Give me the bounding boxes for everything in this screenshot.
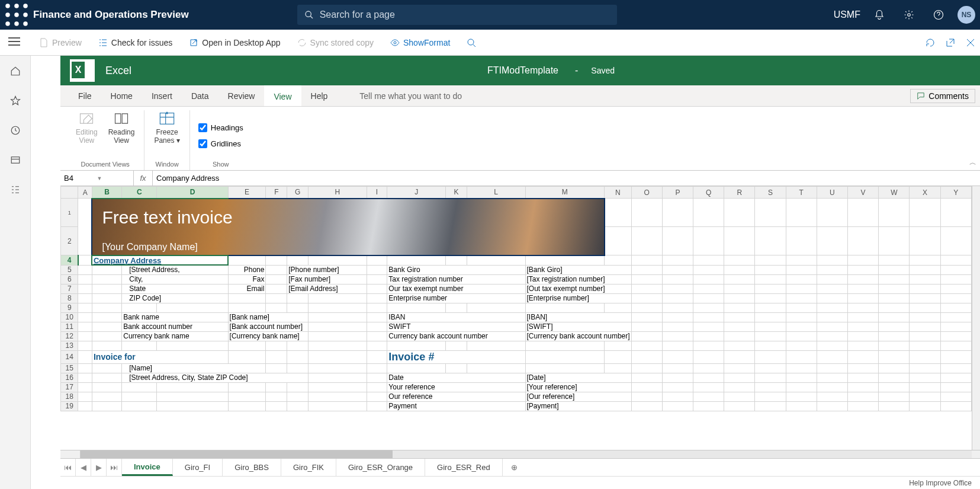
search-icon xyxy=(304,10,314,20)
svg-point-4 xyxy=(14,12,19,17)
sheet-tab-giro-fi[interactable]: Giro_FI xyxy=(173,459,223,476)
search-placeholder: Search for a page xyxy=(320,9,395,20)
d365-header: Finance and Operations Preview Search fo… xyxy=(0,0,980,30)
sheet-nav-first[interactable]: ⏮ xyxy=(60,459,76,476)
help-improve-link[interactable]: Help Improve Office xyxy=(909,479,972,487)
sheet-tab-giro-fik[interactable]: Giro_FIK xyxy=(281,459,336,476)
workspace-icon[interactable] xyxy=(8,153,23,167)
svg-point-10 xyxy=(908,14,911,17)
excel-save-status: Saved xyxy=(591,66,615,75)
sheet-tab-giro-esr-orange[interactable]: Giro_ESR_Orange xyxy=(336,459,425,476)
search-action[interactable] xyxy=(467,38,476,47)
invoice-banner: Free text invoice [Your Company Name] xyxy=(92,199,604,255)
popout-icon xyxy=(946,38,955,47)
svg-point-8 xyxy=(23,21,28,26)
close-icon xyxy=(966,38,975,47)
collapse-ribbon-icon[interactable]: ︿ xyxy=(969,158,976,168)
popout-button[interactable] xyxy=(946,38,955,47)
comments-button[interactable]: Comments xyxy=(910,89,975,103)
group-window: Window xyxy=(150,161,183,170)
help-icon[interactable] xyxy=(928,4,949,25)
app-launcher-icon[interactable] xyxy=(5,3,28,27)
hamburger-menu[interactable] xyxy=(8,37,20,48)
formula-input[interactable]: Company Address xyxy=(153,171,980,186)
gridlines-checkbox[interactable]: Gridlines xyxy=(196,136,246,152)
group-show: Show xyxy=(196,161,246,170)
svg-point-7 xyxy=(14,21,19,26)
svg-rect-16 xyxy=(160,113,173,124)
tab-help[interactable]: Help xyxy=(301,85,338,106)
svg-point-6 xyxy=(5,21,10,26)
tab-data[interactable]: Data xyxy=(182,85,219,106)
tab-file[interactable]: File xyxy=(69,85,101,106)
excel-file-name: FTIModTemplate xyxy=(487,65,558,76)
list-check-icon xyxy=(98,38,108,47)
tab-view[interactable]: View xyxy=(264,85,301,106)
cell-B4[interactable]: Company Address xyxy=(92,255,228,266)
formula-bar: B4▼ fx Company Address xyxy=(60,171,980,186)
sheet-tab-invoice[interactable]: Invoice xyxy=(122,459,173,476)
excel-app-name: Excel xyxy=(105,65,131,77)
svg-point-0 xyxy=(5,4,10,8)
group-document-views: Document Views xyxy=(72,161,138,170)
svg-point-12 xyxy=(394,41,396,44)
fx-icon[interactable]: fx xyxy=(134,171,153,186)
svg-point-3 xyxy=(5,12,10,17)
global-search[interactable]: Search for a page xyxy=(297,5,617,25)
svg-point-2 xyxy=(23,4,28,8)
modules-icon[interactable] xyxy=(8,183,23,197)
header-right: USMF NS xyxy=(834,4,975,25)
company-code[interactable]: USMF xyxy=(834,9,860,20)
action-bar: Preview Check for issues Open in Desktop… xyxy=(0,30,980,56)
name-box[interactable]: B4▼ xyxy=(60,171,134,186)
show-format-button[interactable]: ShowFormat xyxy=(390,38,450,47)
user-avatar[interactable]: NS xyxy=(957,6,975,24)
document-icon xyxy=(39,38,49,47)
column-headers[interactable]: ABCD EFGHI JKLMN OPQRS TUVWXY xyxy=(61,187,972,199)
horizontal-scrollbar[interactable] xyxy=(60,450,980,458)
sheet-nav-last[interactable]: ⏭ xyxy=(107,459,122,476)
left-nav-rail xyxy=(0,56,31,489)
popout-icon xyxy=(189,38,198,47)
preview-button[interactable]: Preview xyxy=(39,38,82,47)
reading-view-button[interactable]: Reading View xyxy=(105,110,139,161)
tell-me-input[interactable]: Tell me what you want to do xyxy=(359,85,462,106)
tab-review[interactable]: Review xyxy=(219,85,265,106)
svg-point-5 xyxy=(23,12,28,17)
open-desktop-button[interactable]: Open in Desktop App xyxy=(189,38,280,47)
spreadsheet[interactable]: ABCD EFGHI JKLMN OPQRS TUVWXY 1 Free tex… xyxy=(60,186,980,450)
book-icon xyxy=(113,111,130,126)
refresh-button[interactable] xyxy=(926,38,935,47)
check-issues-button[interactable]: Check for issues xyxy=(98,38,172,47)
vertical-scrollbar[interactable] xyxy=(972,186,980,450)
sheet-tab-giro-esr-red[interactable]: Giro_ESR_Red xyxy=(425,459,503,476)
eye-icon xyxy=(390,38,400,47)
headings-checkbox[interactable]: Headings xyxy=(196,120,246,136)
close-button[interactable] xyxy=(966,38,975,47)
sheet-tab-giro-bbs[interactable]: Giro_BBS xyxy=(223,459,281,476)
clock-icon[interactable] xyxy=(8,123,23,138)
sheet-tabs-bar: ⏮ ◀ ▶ ⏭ Invoice Giro_FI Giro_BBS Giro_FI… xyxy=(60,458,980,476)
ribbon-tabs: File Home Insert Data Review View Help T… xyxy=(60,85,980,107)
svg-rect-15 xyxy=(11,157,20,164)
ribbon-view: Editing View Reading View Document Views… xyxy=(60,107,980,171)
excel-logo-icon xyxy=(70,59,95,82)
refresh-icon xyxy=(926,38,935,47)
svg-point-13 xyxy=(468,39,474,45)
edit-icon xyxy=(78,111,95,126)
search-icon xyxy=(467,38,476,47)
add-sheet-button[interactable]: ⊕ xyxy=(503,459,526,476)
bell-icon[interactable] xyxy=(869,4,890,25)
star-icon[interactable] xyxy=(8,94,23,108)
sheet-nav-next[interactable]: ▶ xyxy=(91,459,107,476)
home-icon[interactable] xyxy=(8,64,23,78)
excel-titlebar: Excel FTIModTemplate - Saved xyxy=(60,56,980,85)
gear-icon[interactable] xyxy=(898,4,920,25)
sheet-nav-prev[interactable]: ◀ xyxy=(76,459,91,476)
tab-home[interactable]: Home xyxy=(101,85,142,106)
svg-point-1 xyxy=(14,4,19,8)
editing-view-button: Editing View xyxy=(72,110,101,161)
tab-insert[interactable]: Insert xyxy=(142,85,182,106)
sync-icon xyxy=(297,38,307,47)
freeze-panes-button[interactable]: Freeze Panes ▾ xyxy=(150,110,183,161)
